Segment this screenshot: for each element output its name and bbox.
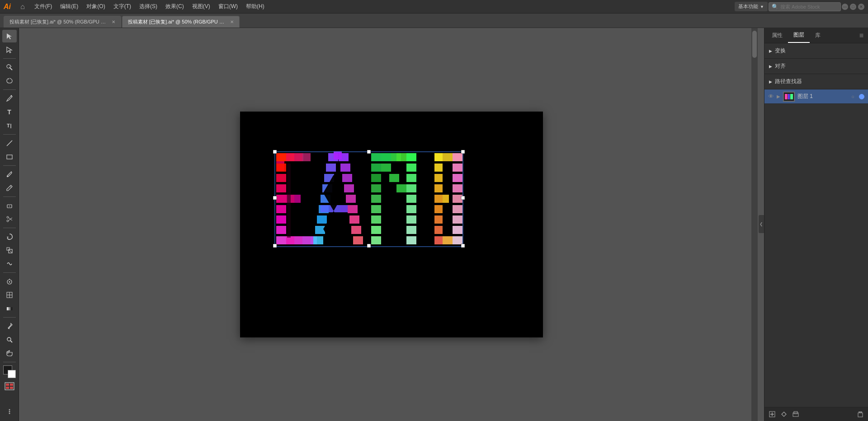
svg-rect-75 xyxy=(346,195,356,203)
svg-point-38 xyxy=(9,409,10,411)
vertical-scrollbar[interactable] xyxy=(751,28,758,421)
color-box[interactable] xyxy=(3,365,16,378)
symbol-sprayer-tool[interactable] xyxy=(2,275,17,288)
layer-lock-btn[interactable]: ○ xyxy=(851,94,854,99)
toolbar-sep-3 xyxy=(3,134,16,135)
search-bar[interactable]: 🔍 xyxy=(769,2,841,11)
hand-tool[interactable] xyxy=(2,347,17,360)
eraser-tool[interactable] xyxy=(2,199,17,212)
search-icon: 🔍 xyxy=(772,4,778,10)
svg-rect-45 xyxy=(276,174,286,182)
paintbrush-tool[interactable] xyxy=(2,168,17,181)
canvas-area[interactable] xyxy=(19,28,764,421)
menu-object[interactable]: 对象(O) xyxy=(83,1,108,12)
tab-2-close[interactable]: ✕ xyxy=(230,19,234,24)
tab-1-close[interactable]: ✕ xyxy=(112,19,115,24)
change-screen-mode[interactable] xyxy=(2,380,17,393)
svg-rect-82 xyxy=(340,205,348,212)
delete-layer-btn[interactable] xyxy=(855,409,865,419)
tab-2[interactable]: 投稿素材 [已恢复].ai* @ 50% (RGB/GPU 预览) ✕ xyxy=(122,16,240,28)
layer-visibility-btn[interactable]: 👁 xyxy=(768,93,774,100)
panel-options-button[interactable]: ≡ xyxy=(857,32,866,40)
gradient-tool[interactable] xyxy=(2,302,17,315)
line-tool[interactable] xyxy=(2,137,17,150)
layer-item[interactable]: 👁 ▶ 图层 1 ○ xyxy=(764,89,868,104)
more-tools[interactable] xyxy=(6,408,13,419)
search-input[interactable] xyxy=(780,4,835,9)
warp-tool[interactable] xyxy=(2,257,17,270)
move-selection-btn[interactable] xyxy=(779,409,789,419)
svg-rect-87 xyxy=(371,164,381,172)
background-color[interactable] xyxy=(8,370,16,378)
svg-rect-59 xyxy=(302,236,311,244)
menu-window[interactable]: 窗口(W) xyxy=(215,1,241,12)
menu-view[interactable]: 视图(V) xyxy=(189,1,214,12)
artwork-svg xyxy=(240,112,543,337)
transform-header[interactable]: ▶ 变换 xyxy=(764,43,868,58)
pathfinder-header[interactable]: ▶ 路径查找器 xyxy=(764,74,868,89)
pathfinder-section: ▶ 路径查找器 xyxy=(764,74,868,89)
lasso-tool[interactable] xyxy=(2,75,17,87)
zoom-tool[interactable] xyxy=(2,333,17,346)
toolbar-sep-8 xyxy=(3,317,16,318)
tab-1[interactable]: 投稿素材 [已恢复].ai* @ 50% (RGB/GPU 预览) ✕ xyxy=(4,16,121,28)
rect-tool[interactable] xyxy=(2,150,17,163)
svg-rect-120 xyxy=(453,164,462,172)
pencil-tool[interactable] xyxy=(2,182,17,194)
svg-point-16 xyxy=(7,220,9,222)
svg-rect-150 xyxy=(858,413,863,417)
rotate-tool[interactable] xyxy=(2,230,17,243)
tab-layers[interactable]: 图层 xyxy=(788,28,810,43)
svg-rect-123 xyxy=(453,195,462,203)
workspace-selector[interactable]: 基本功能 ▼ xyxy=(735,2,768,11)
svg-rect-34 xyxy=(6,384,9,386)
align-header[interactable]: ▶ 对齐 xyxy=(764,59,868,74)
close-button[interactable]: ✕ xyxy=(858,4,864,10)
svg-rect-93 xyxy=(371,226,381,234)
type-tool[interactable]: T xyxy=(2,106,17,118)
workspace-dropdown-icon: ▼ xyxy=(760,5,764,9)
toolbar-sep-1 xyxy=(3,58,16,59)
touch-type-tool[interactable]: T xyxy=(2,119,17,132)
svg-rect-107 xyxy=(381,153,391,161)
layer-color-indicator xyxy=(859,94,864,99)
svg-rect-90 xyxy=(371,195,381,203)
svg-rect-96 xyxy=(406,164,416,172)
magic-wand-tool[interactable] xyxy=(2,61,17,74)
home-btn[interactable]: ⌂ xyxy=(15,0,30,13)
select-tool[interactable] xyxy=(2,30,17,42)
tab-properties[interactable]: 属性 xyxy=(766,28,788,42)
tab-library[interactable]: 库 xyxy=(810,28,826,42)
minimize-button[interactable]: — xyxy=(842,4,848,10)
menu-select[interactable]: 选择(S) xyxy=(136,1,161,12)
menu-edit[interactable]: 编辑(E) xyxy=(57,1,82,12)
menu-file[interactable]: 文件(F) xyxy=(31,1,56,12)
svg-rect-143 xyxy=(790,94,793,99)
mesh-tool[interactable] xyxy=(2,289,17,301)
scrollbar-thumb[interactable] xyxy=(752,31,757,58)
svg-rect-127 xyxy=(453,236,462,244)
svg-line-22 xyxy=(9,250,12,253)
eyedropper-tool[interactable] xyxy=(2,320,17,332)
panel-collapse-toggle[interactable]: ❮ xyxy=(759,215,764,233)
scale-tool[interactable] xyxy=(2,244,17,257)
scissors-tool[interactable] xyxy=(2,213,17,225)
menu-type[interactable]: 文字(T) xyxy=(110,1,135,12)
collect-in-new-layer-btn[interactable] xyxy=(791,409,801,419)
pen-tool[interactable] xyxy=(2,92,17,105)
svg-rect-104 xyxy=(381,164,391,172)
svg-point-15 xyxy=(7,216,9,218)
svg-rect-125 xyxy=(453,215,462,224)
maximize-button[interactable]: □ xyxy=(850,4,856,10)
svg-point-31 xyxy=(7,337,11,341)
svg-text:T: T xyxy=(7,123,10,128)
menu-effect[interactable]: 效果(C) xyxy=(162,1,188,12)
tab-1-label: 投稿素材 [已恢复].ai* @ 50% (RGB/GPU 预览) xyxy=(9,19,107,25)
svg-rect-51 xyxy=(276,236,286,244)
layer-expand-btn[interactable]: ▶ xyxy=(777,94,780,99)
svg-rect-89 xyxy=(371,184,381,192)
svg-rect-137 xyxy=(461,244,465,248)
make-sublayer-btn[interactable] xyxy=(767,409,777,419)
menu-help[interactable]: 帮助(H) xyxy=(242,1,268,12)
direct-select-tool[interactable] xyxy=(2,43,17,56)
